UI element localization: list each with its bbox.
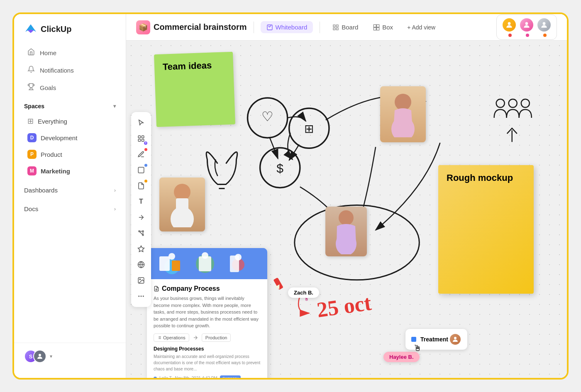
tool-image[interactable] [134, 273, 149, 288]
tool-text[interactable]: T [134, 194, 149, 209]
svg-rect-56 [176, 198, 188, 213]
sticky-note-rough-mockup: Rough mockup [438, 165, 534, 294]
svg-point-71 [235, 254, 242, 261]
tool-more[interactable] [134, 289, 149, 304]
svg-marker-27 [138, 246, 144, 251]
doc-section-text: Maintaining an accurate and well-organiz… [154, 353, 261, 372]
svg-point-34 [143, 295, 144, 297]
dashboards-section: Dashboards › [14, 183, 126, 198]
tool-select[interactable] [134, 115, 149, 130]
flow-to-label: Production [205, 335, 227, 340]
sidebar-item-product[interactable]: P Product [17, 146, 122, 162]
svg-rect-3 [267, 25, 272, 30]
company-process-card[interactable]: Company Process As your business grows, … [147, 248, 267, 378]
sidebar-item-development[interactable]: D Development [17, 130, 122, 146]
add-view-button[interactable]: + Add view [402, 22, 440, 33]
sidebar-item-notifications[interactable]: Notifications [17, 62, 122, 78]
dashboards-item[interactable]: Dashboards › [14, 183, 126, 198]
text-tool-icon: T [139, 198, 143, 205]
tool-rect[interactable] [134, 163, 149, 178]
svg-point-39 [289, 108, 329, 148]
svg-point-37 [248, 98, 288, 138]
left-toolbar: + T [131, 112, 151, 307]
doc-card-header-illustration [147, 248, 267, 279]
toolbar-divider [254, 22, 254, 33]
docs-item[interactable]: Docs › [14, 201, 126, 217]
svg-rect-64 [172, 261, 180, 271]
svg-text:⊞: ⊞ [304, 122, 314, 135]
svg-rect-4 [333, 25, 335, 27]
company-tag: Company [220, 375, 241, 378]
author-dot [154, 377, 157, 378]
svg-line-26 [140, 231, 143, 234]
svg-rect-10 [374, 27, 376, 30]
doc-title: Commercial brainstorm [154, 22, 247, 32]
flow-from-label: Operations [163, 335, 186, 340]
tab-box[interactable]: Box [367, 21, 399, 33]
svg-rect-7 [337, 28, 339, 30]
spaces-section-header: Spaces ▾ [14, 96, 126, 113]
svg-text:♡: ♡ [261, 109, 273, 124]
tool-sparkle[interactable] [134, 241, 149, 256]
whiteboard-tab-icon [266, 24, 273, 31]
collaborator-avatar-1 [502, 17, 517, 32]
tool-note[interactable] [134, 178, 149, 193]
cursor-haylee: 🖱 [413, 343, 422, 353]
sidebar-item-goals[interactable]: Goals [17, 79, 122, 96]
top-bar: 📦 Commercial brainstorm Whiteboard Board [126, 14, 567, 41]
goals-label: Goals [40, 84, 56, 91]
sidebar-item-everything[interactable]: ⊞ Everything [17, 113, 122, 129]
user-avatars: S [24, 350, 46, 363]
tool-globe[interactable] [134, 257, 149, 272]
svg-point-52 [521, 99, 530, 107]
spaces-label: Spaces [24, 103, 44, 110]
tool-connect[interactable] [134, 226, 149, 241]
tool-arrow[interactable] [134, 210, 149, 225]
notifications-label: Notifications [40, 67, 74, 74]
flow-tag-operations: Operations [154, 334, 189, 342]
treatment-color-indicator [411, 337, 416, 342]
svg-point-22 [142, 234, 144, 236]
svg-point-21 [139, 231, 140, 232]
doc-date: Nov 8th, 2021 4:42 PM [175, 376, 217, 378]
svg-rect-11 [377, 27, 379, 30]
home-label: Home [40, 49, 56, 56]
whiteboard-tab-label: Whiteboard [276, 24, 308, 31]
box-tab-label: Box [382, 24, 393, 31]
dropdown-arrow-icon[interactable]: ▾ [50, 353, 52, 359]
svg-point-12 [508, 22, 511, 25]
sidebar-item-home[interactable]: Home [17, 44, 122, 61]
bell-icon [27, 66, 35, 75]
doc-card-title: Company Process [154, 285, 261, 292]
svg-point-23 [142, 231, 144, 232]
tool-pen[interactable] [134, 147, 149, 162]
sidebar: ClickUp Home Notifications Goals [14, 14, 126, 378]
everything-label: Everything [38, 118, 67, 125]
note-dot [144, 180, 147, 183]
spaces-chevron-icon[interactable]: ▾ [113, 103, 116, 109]
svg-rect-17 [138, 139, 140, 141]
svg-point-81 [454, 337, 456, 339]
doc-card-body-text: As your business grows, things will inev… [154, 295, 261, 329]
doc-footer: Leila T. Nov 8th, 2021 4:42 PM Company [154, 375, 261, 378]
tab-board[interactable]: Board [327, 21, 364, 33]
svg-rect-8 [374, 24, 376, 27]
avatar-user2 [33, 350, 46, 363]
whiteboard-canvas[interactable]: + T [126, 41, 567, 378]
doc-section-title: Designing Processes [154, 346, 261, 352]
svg-rect-16 [142, 136, 144, 138]
svg-point-32 [138, 295, 139, 297]
doc-card-flow: Operations Production [154, 334, 261, 342]
sticky-note-team-ideas-text: Team ideas [163, 60, 212, 72]
docs-label: Docs [24, 205, 38, 212]
svg-point-57 [395, 94, 411, 110]
svg-point-13 [525, 22, 528, 25]
name-label-haylee: Haylee B. [383, 352, 420, 362]
tool-add-shape[interactable]: + [134, 131, 149, 146]
doc-card-body: Company Process As your business grows, … [147, 279, 267, 378]
tab-whiteboard[interactable]: Whiteboard [261, 21, 313, 33]
svg-point-54 [174, 184, 190, 200]
collaborators-area [496, 15, 557, 40]
collaborator-avatar-2 [519, 17, 534, 32]
sidebar-item-marketing[interactable]: M Marketing [17, 163, 122, 179]
